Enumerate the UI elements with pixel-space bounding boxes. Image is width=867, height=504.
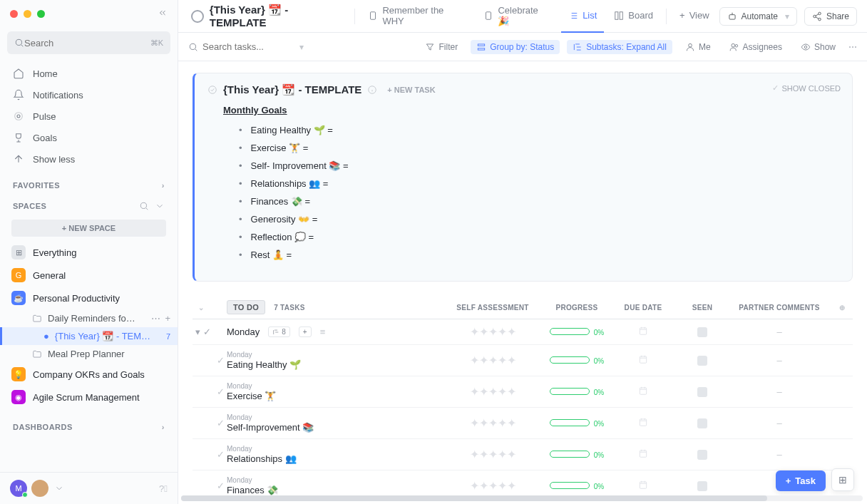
partner-comments-cell[interactable]: –	[733, 355, 826, 366]
more-icon[interactable]: ⋯	[151, 313, 160, 324]
self-assessment-stars[interactable]: ✦✦✦✦✦	[446, 325, 539, 339]
folder-daily-reminders[interactable]: Daily Reminders fo… ⋯+	[0, 309, 178, 327]
nav-notifications[interactable]: Notifications	[0, 84, 178, 106]
task-search[interactable]: ▾	[188, 41, 324, 52]
nav-showless[interactable]: Show less	[0, 148, 178, 170]
due-date-cell[interactable]	[615, 480, 672, 492]
seen-cell[interactable]	[677, 387, 727, 397]
space-general[interactable]: GGeneral	[0, 264, 178, 287]
partner-comments-cell[interactable]: –	[733, 449, 826, 460]
self-assessment-stars[interactable]: ✦✦✦✦✦	[446, 416, 539, 430]
page-title[interactable]: {This Year} 📆 - TEMPLATE	[188, 4, 349, 29]
chevron-down-icon[interactable]	[155, 201, 165, 211]
due-date-cell[interactable]	[615, 326, 672, 338]
progress-cell[interactable]: 0%	[545, 480, 609, 491]
self-assessment-stars[interactable]: ✦✦✦✦✦	[446, 354, 539, 367]
show-button[interactable]: Show	[795, 40, 841, 54]
progress-cell[interactable]: 0%	[545, 326, 609, 337]
search-icon[interactable]	[139, 201, 149, 211]
due-date-cell[interactable]	[615, 354, 672, 366]
progress-cell[interactable]: 0%	[545, 449, 609, 460]
show-closed-button[interactable]: ✓SHOW CLOSED	[772, 83, 841, 93]
check-icon[interactable]: ✓	[217, 480, 225, 491]
task-row[interactable]: ✓MondaySelf-Improvement 📚✦✦✦✦✦0%–	[193, 407, 853, 438]
folder-meal-prep[interactable]: Meal Prep Planner	[0, 345, 178, 363]
partner-comments-cell[interactable]: –	[733, 418, 826, 428]
check-icon[interactable]: ✓	[217, 418, 225, 428]
check-circle-icon[interactable]	[207, 85, 217, 95]
chevron-down-icon[interactable]: ▾	[299, 42, 304, 52]
task-search-field[interactable]	[202, 41, 295, 52]
progress-cell[interactable]: 0%	[545, 355, 609, 366]
status-circle-icon[interactable]	[191, 10, 204, 23]
add-view[interactable]: +View	[672, 0, 717, 33]
nav-pulse[interactable]: Pulse	[0, 106, 178, 127]
space-okrs[interactable]: 💡Company OKRs and Goals	[0, 363, 178, 386]
nav-home[interactable]: Home	[0, 63, 178, 84]
self-assessment-stars[interactable]: ✦✦✦✦✦	[446, 479, 539, 493]
view-list[interactable]: List	[561, 0, 604, 33]
check-circle-icon[interactable]: ⌄	[198, 304, 221, 312]
more-icon[interactable]: ⋯	[848, 42, 857, 52]
share-button[interactable]: Share	[804, 7, 857, 26]
user-avatar-2[interactable]	[31, 480, 48, 497]
col-progress[interactable]: PROGRESS	[545, 304, 609, 312]
filter-button[interactable]: Filter	[419, 40, 463, 54]
close-icon[interactable]	[10, 10, 18, 18]
space-agile[interactable]: ◉Agile Scrum Management	[0, 386, 178, 408]
new-space-button[interactable]: + NEW SPACE	[11, 220, 166, 237]
apps-fab[interactable]: ⊞	[831, 468, 854, 491]
check-icon[interactable]: ✓	[203, 326, 211, 337]
due-date-cell[interactable]	[615, 417, 672, 429]
add-column-icon[interactable]: ⊕	[831, 304, 853, 312]
view-board[interactable]: Board	[607, 0, 660, 33]
maximize-icon[interactable]	[37, 10, 45, 18]
task-row[interactable]: ✓MondayRelationships 👥✦✦✦✦✦0%–	[193, 438, 853, 470]
space-personal[interactable]: ☕Personal Productivity	[0, 287, 178, 309]
subtask-count[interactable]: 8	[268, 326, 290, 337]
check-icon[interactable]: ✓	[217, 355, 225, 366]
chevron-down-icon[interactable]	[54, 483, 64, 493]
self-assessment-stars[interactable]: ✦✦✦✦✦	[446, 385, 539, 398]
col-self-assessment[interactable]: SELF ASSESSMENT	[446, 304, 539, 312]
new-task-fab[interactable]: +Task	[776, 470, 826, 491]
partner-comments-cell[interactable]: –	[733, 386, 826, 397]
view-remember-why[interactable]: Remember the WHY	[361, 0, 473, 33]
collapse-sidebar-icon[interactable]	[158, 8, 168, 20]
search-input[interactable]: ⌘K	[7, 31, 170, 54]
groupby-button[interactable]: Group by: Status	[471, 40, 560, 54]
check-icon[interactable]: ✓	[217, 386, 225, 397]
due-date-cell[interactable]	[615, 386, 672, 398]
user-avatar[interactable]: M	[10, 480, 27, 497]
self-assessment-stars[interactable]: ✦✦✦✦✦	[446, 448, 539, 461]
col-partner-comments[interactable]: PARTNER COMMENTS	[733, 304, 826, 312]
info-icon[interactable]	[367, 85, 377, 95]
col-seen[interactable]: SEEN	[677, 304, 727, 312]
subtasks-button[interactable]: Subtasks: Expand All	[567, 40, 672, 54]
seen-cell[interactable]	[677, 327, 727, 337]
seen-cell[interactable]	[677, 481, 727, 491]
horizontal-scrollbar[interactable]	[181, 495, 863, 501]
space-everything[interactable]: ⊞Everything	[0, 241, 178, 264]
partner-comments-cell[interactable]: –	[733, 326, 826, 337]
progress-cell[interactable]: 0%	[545, 386, 609, 397]
add-subtask-icon[interactable]: +	[299, 326, 312, 337]
list-this-year[interactable]: ● {This Year} 📆 - TEM… 7	[0, 327, 178, 345]
task-row[interactable]: ✓MondayEating Healthy 🌱✦✦✦✦✦0%–	[193, 344, 853, 376]
dashboards-header[interactable]: DASHBOARDS›	[0, 416, 178, 436]
status-chip[interactable]: TO DO	[227, 300, 265, 314]
col-due-date[interactable]: DUE DATE	[615, 304, 672, 312]
me-button[interactable]: Me	[679, 40, 717, 54]
search-field[interactable]	[24, 38, 150, 48]
seen-cell[interactable]	[677, 450, 727, 460]
minimize-icon[interactable]	[24, 10, 31, 18]
assignees-button[interactable]: Assignees	[724, 40, 788, 54]
progress-cell[interactable]: 0%	[545, 418, 609, 428]
due-date-cell[interactable]	[615, 448, 672, 461]
help-icon[interactable]: ?⃝	[159, 483, 168, 494]
chevron-down-icon[interactable]: ▾	[195, 326, 200, 337]
description-icon[interactable]: ≡	[320, 326, 326, 337]
favorites-header[interactable]: FAVORITES›	[0, 174, 178, 194]
seen-cell[interactable]	[677, 418, 727, 428]
seen-cell[interactable]	[677, 356, 727, 366]
